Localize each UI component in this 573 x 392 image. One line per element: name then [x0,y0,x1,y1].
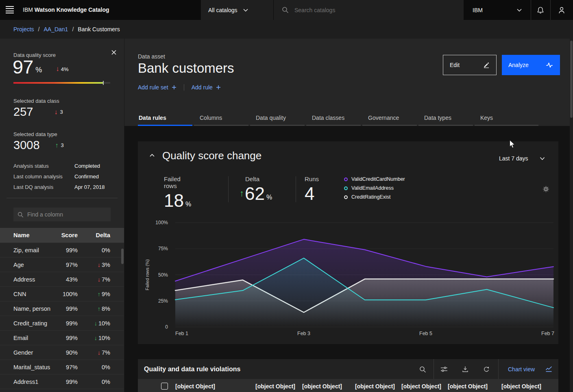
tab[interactable]: Governance [362,110,417,126]
violations-search-button[interactable] [416,362,429,376]
account-selector[interactable]: IBM [464,0,531,20]
kpi-failed-rows: Failed rows 18% [164,175,191,210]
add-rule-set-link[interactable]: Add rule set [138,84,176,91]
legend-item[interactable]: ValidCreditCardNumber [344,176,405,182]
quality-score-card: Quality score change Last 7 days Failed … [138,141,558,344]
chevron-down-icon [517,9,522,12]
status-row: Last column analysis Confirmed [13,173,115,180]
column-header: [object Object] [448,383,488,390]
svg-text:Feb 7: Feb 7 [541,331,554,336]
catalog-selector[interactable]: All catalogs [201,0,273,20]
menu-icon[interactable] [6,6,14,13]
breadcrumb-separator: / [38,26,40,32]
analyze-button[interactable]: Analyze [502,55,560,75]
chart-settings-button[interactable] [542,186,549,193]
legend-ring-icon [344,178,348,181]
search-input[interactable] [294,7,441,13]
add-rule-link[interactable]: Add rule [192,84,221,91]
delta-arrow-icon: ↓ [94,320,97,327]
violations-title: Quality and data rule violations [144,366,240,373]
download-icon [462,366,468,373]
data-quality-sidebar: Data quality score 97 % ↓ 4% Selected da… [0,39,124,392]
legend-ring-icon [344,195,348,199]
table-row[interactable]: Name, person 99% ↑8% [0,301,124,316]
chart-title: Quality score change [162,149,261,162]
tab[interactable]: Keys [475,110,538,126]
notifications-button[interactable] [531,0,550,20]
page-scrollbar[interactable] [570,20,573,392]
search-icon [17,212,24,218]
page-scrollbar-thumb[interactable] [570,41,573,118]
time-range-dropdown[interactable]: Last 7 days [499,155,545,162]
delta-arrow-icon: ↑ [98,291,100,297]
delta-arrow-icon: ↓ [98,349,100,356]
columns-table-body: Zip, email 99% 0% Age 97% ↓3% Address 43… [0,243,124,392]
top-nav: IBM Watson Knowledge Catalog All catalog… [0,0,573,20]
columns-score-table: Name Score Delta Zip, email 99% 0% Age 9… [0,228,124,392]
catalog-selector-label: All catalogs [208,7,237,13]
user-menu-button[interactable] [552,0,571,20]
table-row[interactable]: Credit_rating 99% ↓10% [0,316,124,330]
svg-text:0: 0 [165,324,168,330]
account-label: IBM [473,7,483,13]
table-row[interactable]: Address1 99% 0% [0,374,124,389]
link-divider [184,84,184,91]
kpi-divider [228,176,229,202]
table-row[interactable]: Zip, email 99% 0% [0,243,124,257]
sidebar-scrollbar[interactable] [121,249,124,264]
svg-text:25%: 25% [158,298,168,304]
legend-item[interactable]: CreditRatingExist [344,194,405,200]
up-arrow-icon: ↑ [55,142,59,149]
chart-legend: ValidCreditCardNumber ValidEmailAddress … [344,176,405,200]
download-button[interactable] [458,362,472,376]
select-all-checkbox[interactable] [161,383,168,390]
table-row[interactable]: Gender 90% ↓7% [0,345,124,360]
filter-button[interactable] [437,362,451,376]
breadcrumb: Projects / AA_Dan1 / Bank Customers [0,20,573,39]
legend-ring-icon [344,186,348,190]
chart-view-toggle[interactable]: Chart view [502,359,552,379]
legend-item[interactable]: ValidEmailAddress [344,185,405,191]
tab[interactable]: Data classes [306,110,361,126]
reset-button[interactable] [479,362,493,376]
table-row[interactable]: Email 99% ↓10% [0,330,124,345]
find-column-input[interactable] [27,211,105,218]
chevron-down-icon [540,157,545,160]
reset-icon [483,366,490,373]
app-title: IBM Watson Knowledge Catalog [23,6,109,13]
chevron-down-icon [243,9,248,12]
column-header: [object Object] [501,383,541,390]
breadcrumb-projects[interactable]: Projects [13,26,34,32]
plus-icon [216,85,221,90]
tab[interactable]: Data quality [250,110,305,126]
user-icon [558,6,565,14]
pencil-icon [483,62,490,68]
table-row[interactable]: Marital_status 97% 0% [0,360,124,374]
asset-header: Data asset Bank customers Add rule set A… [124,39,573,126]
bell-icon [537,6,544,14]
table-row[interactable]: Address 43% ↓7% [0,272,124,286]
svg-text:75%: 75% [158,246,168,251]
svg-text:Failed rows (%): Failed rows (%) [145,259,150,290]
tab[interactable]: Columns [194,110,248,126]
column-header: [object Object] [175,383,215,390]
settings-adjust-icon [440,366,448,373]
edit-button[interactable]: Edit [443,55,497,75]
tab[interactable]: Data rules [138,110,192,126]
quality-bar-marker [103,81,104,85]
tab[interactable]: Data types [418,110,473,126]
stat-data-type: Selected data type 3008 ↑ 3 [13,131,64,152]
find-column-search [13,208,111,221]
collapse-chevron-up-icon[interactable] [149,154,155,157]
table-row[interactable]: CNN 100% ↑9% [0,286,124,301]
delta-arrow-icon: ↓ [98,276,100,283]
global-search [273,0,464,20]
asset-tabs: Data rules Columns Data quality Data cla… [138,110,538,126]
brand-prefix: IBM [23,6,35,13]
table-row[interactable]: ↑ [0,389,124,392]
down-arrow-icon: ↓ [56,65,59,73]
breadcrumb-project[interactable]: AA_Dan1 [44,26,68,32]
close-sidebar-button[interactable] [110,48,118,56]
toolbar-divider [498,359,499,379]
table-row[interactable]: Age 97% ↓3% [0,257,124,272]
